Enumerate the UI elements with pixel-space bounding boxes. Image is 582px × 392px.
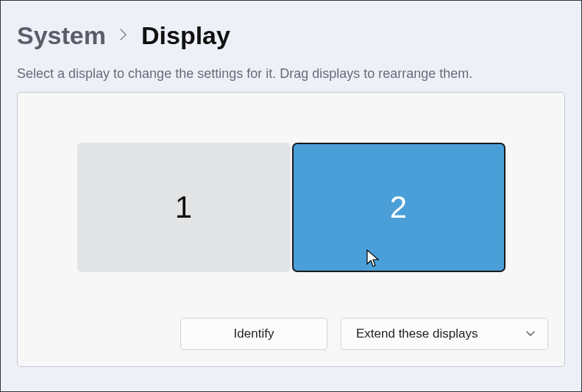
display-controls-row: Identify Extend these displays (34, 313, 548, 350)
page-description: Select a display to change the settings … (1, 57, 581, 88)
chevron-down-icon (525, 329, 536, 340)
display-arrangement-panel: 1 2 Identify Extend these displays (17, 92, 565, 367)
breadcrumb: System Display (1, 1, 581, 57)
display-mode-label: Extend these displays (356, 327, 478, 341)
identify-button[interactable]: Identify (180, 318, 327, 350)
monitor-arrangement-area[interactable]: 1 2 (34, 109, 548, 313)
display-mode-dropdown[interactable]: Extend these displays (341, 318, 548, 350)
monitor-2[interactable]: 2 (292, 143, 505, 272)
chevron-right-icon (119, 26, 128, 46)
page-title: Display (141, 21, 230, 50)
monitor-1[interactable]: 1 (77, 143, 291, 272)
breadcrumb-system-link[interactable]: System (17, 21, 106, 50)
